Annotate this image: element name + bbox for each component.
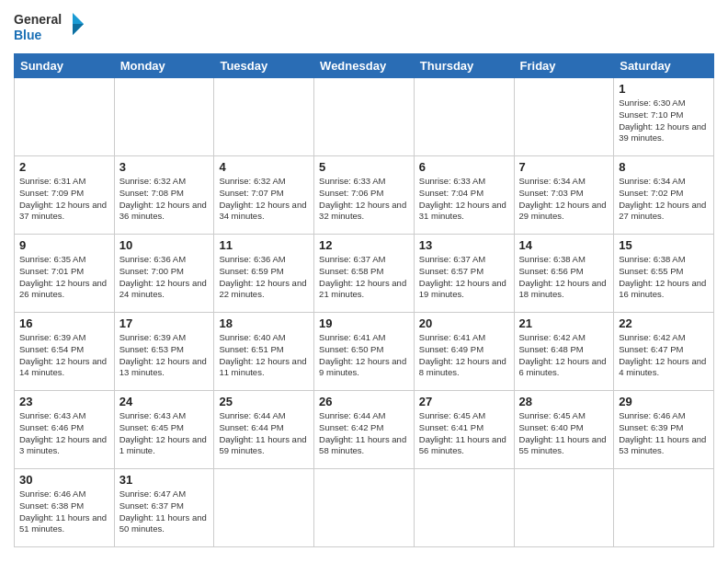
day-info: Sunrise: 6:38 AM Sunset: 6:55 PM Dayligh… — [619, 254, 709, 301]
day-number: 28 — [519, 395, 609, 408]
calendar-day-cell: 27Sunrise: 6:45 AM Sunset: 6:41 PM Dayli… — [414, 391, 514, 469]
calendar-day-cell: 4Sunrise: 6:32 AM Sunset: 7:07 PM Daylig… — [214, 156, 314, 235]
day-number: 26 — [319, 395, 409, 408]
day-info: Sunrise: 6:42 AM Sunset: 6:47 PM Dayligh… — [619, 332, 709, 379]
calendar-day-cell: 26Sunrise: 6:44 AM Sunset: 6:42 PM Dayli… — [314, 391, 415, 469]
day-info: Sunrise: 6:32 AM Sunset: 7:07 PM Dayligh… — [219, 176, 309, 223]
day-number: 6 — [419, 160, 509, 174]
day-number: 8 — [619, 160, 709, 174]
calendar-week-row: 23Sunrise: 6:43 AM Sunset: 6:46 PM Dayli… — [15, 391, 714, 469]
calendar-day-cell — [414, 469, 514, 547]
day-info: Sunrise: 6:37 AM Sunset: 6:57 PM Dayligh… — [419, 254, 509, 301]
day-info: Sunrise: 6:45 AM Sunset: 6:41 PM Dayligh… — [419, 410, 509, 457]
day-number: 7 — [519, 160, 609, 174]
day-info: Sunrise: 6:47 AM Sunset: 6:37 PM Dayligh… — [119, 488, 210, 535]
day-number: 22 — [619, 316, 709, 330]
day-info: Sunrise: 6:36 AM Sunset: 6:59 PM Dayligh… — [219, 254, 309, 301]
weekday-sunday: Sunday — [15, 54, 115, 78]
weekday-tuesday: Tuesday — [214, 54, 314, 78]
calendar-week-row: 2Sunrise: 6:31 AM Sunset: 7:09 PM Daylig… — [15, 156, 714, 235]
day-number: 31 — [119, 473, 210, 487]
day-info: Sunrise: 6:39 AM Sunset: 6:53 PM Dayligh… — [119, 332, 210, 379]
calendar-week-row: 16Sunrise: 6:39 AM Sunset: 6:54 PM Dayli… — [15, 313, 714, 391]
calendar-day-cell: 13Sunrise: 6:37 AM Sunset: 6:57 PM Dayli… — [414, 235, 514, 313]
calendar-day-cell — [114, 78, 214, 156]
calendar-day-cell: 1Sunrise: 6:30 AM Sunset: 7:10 PM Daylig… — [614, 78, 714, 156]
page-header: General Blue — [14, 9, 714, 46]
day-number: 24 — [119, 395, 210, 408]
calendar-day-cell: 8Sunrise: 6:34 AM Sunset: 7:02 PM Daylig… — [614, 156, 714, 235]
day-info: Sunrise: 6:37 AM Sunset: 6:58 PM Dayligh… — [319, 254, 409, 301]
day-number: 14 — [519, 238, 609, 252]
calendar-day-cell: 14Sunrise: 6:38 AM Sunset: 6:56 PM Dayli… — [514, 235, 614, 313]
day-number: 17 — [119, 316, 210, 330]
day-number: 15 — [619, 238, 709, 252]
calendar-day-cell — [214, 78, 314, 156]
day-info: Sunrise: 6:43 AM Sunset: 6:45 PM Dayligh… — [119, 410, 210, 457]
calendar-day-cell: 6Sunrise: 6:33 AM Sunset: 7:04 PM Daylig… — [414, 156, 514, 235]
weekday-wednesday: Wednesday — [314, 54, 415, 78]
svg-marker-3 — [73, 24, 84, 35]
day-number: 9 — [19, 238, 109, 252]
day-info: Sunrise: 6:44 AM Sunset: 6:42 PM Dayligh… — [319, 410, 409, 457]
day-info: Sunrise: 6:40 AM Sunset: 6:51 PM Dayligh… — [219, 332, 309, 379]
calendar-day-cell: 7Sunrise: 6:34 AM Sunset: 7:03 PM Daylig… — [514, 156, 614, 235]
day-info: Sunrise: 6:36 AM Sunset: 7:00 PM Dayligh… — [119, 254, 210, 301]
calendar-day-cell: 5Sunrise: 6:33 AM Sunset: 7:06 PM Daylig… — [314, 156, 415, 235]
logo: General Blue — [14, 9, 87, 46]
calendar-day-cell: 12Sunrise: 6:37 AM Sunset: 6:58 PM Dayli… — [314, 235, 415, 313]
calendar-day-cell: 11Sunrise: 6:36 AM Sunset: 6:59 PM Dayli… — [214, 235, 314, 313]
day-info: Sunrise: 6:34 AM Sunset: 7:02 PM Dayligh… — [619, 176, 709, 223]
day-number: 10 — [119, 238, 210, 252]
calendar-day-cell: 15Sunrise: 6:38 AM Sunset: 6:55 PM Dayli… — [614, 235, 714, 313]
calendar-week-row: 30Sunrise: 6:46 AM Sunset: 6:38 PM Dayli… — [15, 469, 714, 547]
weekday-thursday: Thursday — [414, 54, 514, 78]
calendar-day-cell: 9Sunrise: 6:35 AM Sunset: 7:01 PM Daylig… — [15, 235, 115, 313]
calendar-day-cell — [314, 78, 415, 156]
day-number: 13 — [419, 238, 509, 252]
calendar-table: SundayMondayTuesdayWednesdayThursdayFrid… — [14, 53, 714, 547]
day-number: 12 — [319, 238, 409, 252]
calendar-day-cell: 10Sunrise: 6:36 AM Sunset: 7:00 PM Dayli… — [114, 235, 214, 313]
calendar-day-cell: 31Sunrise: 6:47 AM Sunset: 6:37 PM Dayli… — [114, 469, 214, 547]
day-info: Sunrise: 6:41 AM Sunset: 6:49 PM Dayligh… — [419, 332, 509, 379]
day-info: Sunrise: 6:42 AM Sunset: 6:48 PM Dayligh… — [519, 332, 609, 379]
calendar-week-row: 9Sunrise: 6:35 AM Sunset: 7:01 PM Daylig… — [15, 235, 714, 313]
calendar-day-cell — [514, 469, 614, 547]
weekday-saturday: Saturday — [614, 54, 714, 78]
day-info: Sunrise: 6:30 AM Sunset: 7:10 PM Dayligh… — [619, 98, 709, 144]
day-info: Sunrise: 6:33 AM Sunset: 7:06 PM Dayligh… — [319, 176, 409, 223]
day-number: 11 — [219, 238, 309, 252]
day-info: Sunrise: 6:39 AM Sunset: 6:54 PM Dayligh… — [19, 332, 109, 379]
calendar-day-cell: 17Sunrise: 6:39 AM Sunset: 6:53 PM Dayli… — [114, 313, 214, 391]
calendar-day-cell: 29Sunrise: 6:46 AM Sunset: 6:39 PM Dayli… — [614, 391, 714, 469]
day-info: Sunrise: 6:32 AM Sunset: 7:08 PM Dayligh… — [119, 176, 210, 223]
calendar-day-cell: 19Sunrise: 6:41 AM Sunset: 6:50 PM Dayli… — [314, 313, 415, 391]
day-number: 21 — [519, 316, 609, 330]
day-info: Sunrise: 6:38 AM Sunset: 6:56 PM Dayligh… — [519, 254, 609, 301]
day-number: 30 — [19, 473, 109, 487]
day-number: 25 — [219, 395, 309, 408]
day-info: Sunrise: 6:35 AM Sunset: 7:01 PM Dayligh… — [19, 254, 109, 301]
logo-svg: General Blue — [14, 9, 87, 46]
day-info: Sunrise: 6:31 AM Sunset: 7:09 PM Dayligh… — [19, 176, 109, 223]
day-info: Sunrise: 6:44 AM Sunset: 6:44 PM Dayligh… — [219, 410, 309, 457]
day-number: 18 — [219, 316, 309, 330]
svg-text:Blue: Blue — [14, 28, 42, 42]
calendar-day-cell: 30Sunrise: 6:46 AM Sunset: 6:38 PM Dayli… — [15, 469, 115, 547]
day-info: Sunrise: 6:34 AM Sunset: 7:03 PM Dayligh… — [519, 176, 609, 223]
day-number: 29 — [619, 395, 709, 408]
calendar-day-cell — [314, 469, 415, 547]
calendar-day-cell: 22Sunrise: 6:42 AM Sunset: 6:47 PM Dayli… — [614, 313, 714, 391]
day-number: 20 — [419, 316, 509, 330]
calendar-body: 1Sunrise: 6:30 AM Sunset: 7:10 PM Daylig… — [15, 78, 714, 547]
day-info: Sunrise: 6:43 AM Sunset: 6:46 PM Dayligh… — [19, 410, 109, 457]
day-info: Sunrise: 6:46 AM Sunset: 6:38 PM Dayligh… — [19, 488, 109, 535]
day-info: Sunrise: 6:45 AM Sunset: 6:40 PM Dayligh… — [519, 410, 609, 457]
weekday-friday: Friday — [514, 54, 614, 78]
calendar-day-cell: 2Sunrise: 6:31 AM Sunset: 7:09 PM Daylig… — [15, 156, 115, 235]
calendar-day-cell: 18Sunrise: 6:40 AM Sunset: 6:51 PM Dayli… — [214, 313, 314, 391]
calendar-day-cell: 16Sunrise: 6:39 AM Sunset: 6:54 PM Dayli… — [15, 313, 115, 391]
weekday-header-row: SundayMondayTuesdayWednesdayThursdayFrid… — [15, 54, 714, 78]
calendar-day-cell: 25Sunrise: 6:44 AM Sunset: 6:44 PM Dayli… — [214, 391, 314, 469]
